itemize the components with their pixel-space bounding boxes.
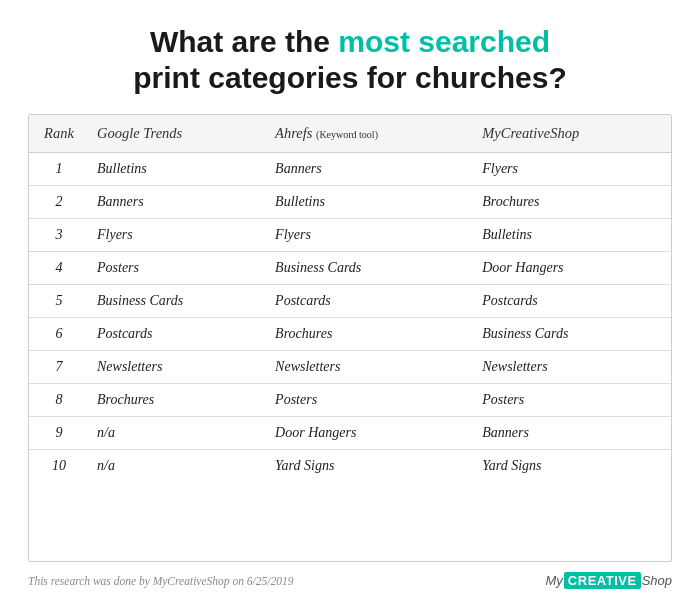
col-header-ahrefs: Ahrefs (Keyword tool) <box>267 115 474 153</box>
table-row: 6PostcardsBrochuresBusiness Cards <box>29 318 671 351</box>
table-row: 5Business CardsPostcardsPostcards <box>29 285 671 318</box>
table-cell-r4-c1: 4 <box>29 252 89 285</box>
table-cell-r4-c4: Door Hangers <box>474 252 671 285</box>
table-cell-r8-c4: Posters <box>474 384 671 417</box>
data-table: Rank Google Trends Ahrefs (Keyword tool)… <box>29 115 671 482</box>
table-header-row: Rank Google Trends Ahrefs (Keyword tool)… <box>29 115 671 153</box>
table-cell-r3-c4: Bulletins <box>474 219 671 252</box>
table-cell-r6-c3: Brochures <box>267 318 474 351</box>
table-cell-r5-c4: Postcards <box>474 285 671 318</box>
table-row: 1BulletinsBannersFlyers <box>29 153 671 186</box>
table-cell-r9-c4: Banners <box>474 417 671 450</box>
table-cell-r6-c2: Postcards <box>89 318 267 351</box>
table-cell-r3-c2: Flyers <box>89 219 267 252</box>
footer-note-text: This research was done by MyCreativeShop… <box>28 575 293 587</box>
title-section: What are the most searched print categor… <box>28 24 672 96</box>
table-row: 7NewslettersNewslettersNewsletters <box>29 351 671 384</box>
col-header-google: Google Trends <box>89 115 267 153</box>
page-container: What are the most searched print categor… <box>0 0 700 605</box>
page-title: What are the most searched print categor… <box>28 24 672 96</box>
table-cell-r6-c4: Business Cards <box>474 318 671 351</box>
table-body: 1BulletinsBannersFlyers2BannersBulletins… <box>29 153 671 483</box>
table-row: 9n/aDoor HangersBanners <box>29 417 671 450</box>
table-cell-r10-c3: Yard Signs <box>267 450 474 483</box>
table-cell-r10-c2: n/a <box>89 450 267 483</box>
logo-creative-text: Creative <box>564 572 641 589</box>
table-cell-r7-c3: Newsletters <box>267 351 474 384</box>
table-cell-r7-c4: Newsletters <box>474 351 671 384</box>
table-cell-r5-c3: Postcards <box>267 285 474 318</box>
table-cell-r5-c1: 5 <box>29 285 89 318</box>
table-cell-r8-c1: 8 <box>29 384 89 417</box>
table-wrapper: Rank Google Trends Ahrefs (Keyword tool)… <box>28 114 672 562</box>
table-cell-r8-c2: Brochures <box>89 384 267 417</box>
table-row: 10n/aYard SignsYard Signs <box>29 450 671 483</box>
table-cell-r1-c2: Bulletins <box>89 153 267 186</box>
table-cell-r5-c2: Business Cards <box>89 285 267 318</box>
table-cell-r2-c4: Brochures <box>474 186 671 219</box>
table-cell-r7-c2: Newsletters <box>89 351 267 384</box>
brand-logo: My Creative Shop <box>546 572 672 589</box>
table-cell-r1-c3: Banners <box>267 153 474 186</box>
table-cell-r2-c3: Bulletins <box>267 186 474 219</box>
table-cell-r9-c2: n/a <box>89 417 267 450</box>
table-cell-r1-c4: Flyers <box>474 153 671 186</box>
table-cell-r1-c1: 1 <box>29 153 89 186</box>
table-cell-r9-c3: Door Hangers <box>267 417 474 450</box>
table-cell-r3-c3: Flyers <box>267 219 474 252</box>
table-row: 8BrochuresPostersPosters <box>29 384 671 417</box>
table-cell-r10-c1: 10 <box>29 450 89 483</box>
footer: This research was done by MyCreativeShop… <box>28 572 672 589</box>
table-cell-r10-c4: Yard Signs <box>474 450 671 483</box>
table-row: 2BannersBulletinsBrochures <box>29 186 671 219</box>
table-cell-r2-c1: 2 <box>29 186 89 219</box>
table-cell-r3-c1: 3 <box>29 219 89 252</box>
highlight-text: most searched <box>338 25 550 58</box>
logo-shop-text: Shop <box>642 573 672 588</box>
table-cell-r9-c1: 9 <box>29 417 89 450</box>
table-row: 4PostersBusiness CardsDoor Hangers <box>29 252 671 285</box>
table-row: 3FlyersFlyersBulletins <box>29 219 671 252</box>
table-cell-r4-c2: Posters <box>89 252 267 285</box>
col-header-mcs: MyCreativeShop <box>474 115 671 153</box>
logo-my-text: My <box>546 573 563 588</box>
table-cell-r8-c3: Posters <box>267 384 474 417</box>
table-cell-r4-c3: Business Cards <box>267 252 474 285</box>
col-header-rank: Rank <box>29 115 89 153</box>
table-cell-r6-c1: 6 <box>29 318 89 351</box>
table-cell-r2-c2: Banners <box>89 186 267 219</box>
table-cell-r7-c1: 7 <box>29 351 89 384</box>
